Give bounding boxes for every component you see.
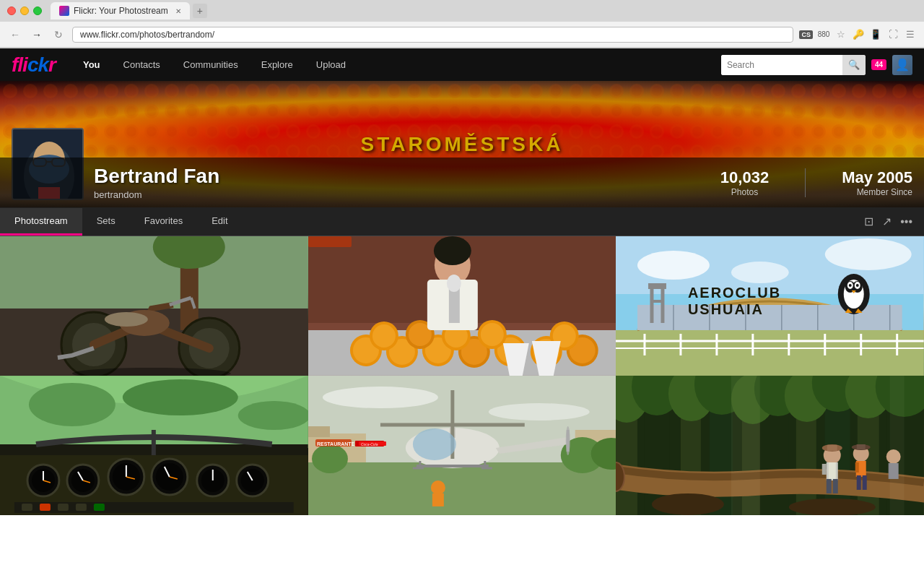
sub-nav: Photostream Sets Favorites Edit ⊡ ↗ ••• xyxy=(0,207,924,236)
svg-point-97 xyxy=(123,379,238,415)
active-tab[interactable]: Flickr: Your Photostream ✕ xyxy=(51,2,190,20)
svg-rect-123 xyxy=(14,502,294,513)
photo-6-image xyxy=(616,376,924,515)
photo-2[interactable] xyxy=(308,236,616,376)
tab-title: Flickr: Your Photostream xyxy=(74,6,168,16)
tab-favorites[interactable]: Favorites xyxy=(130,208,197,236)
tab-sets[interactable]: Sets xyxy=(82,208,130,236)
tab-edit[interactable]: Edit xyxy=(197,208,242,236)
sub-nav-tabs: Photostream Sets Favorites Edit xyxy=(0,208,853,236)
nav-items: You Contacts Communities Explore Upload xyxy=(73,53,721,76)
search-button[interactable]: 🔍 xyxy=(842,55,866,75)
tab-favicon-icon xyxy=(59,6,69,16)
svg-point-42 xyxy=(372,324,396,348)
forward-button[interactable]: → xyxy=(29,27,45,43)
svg-rect-153 xyxy=(432,493,444,506)
menu-icon[interactable]: ☰ xyxy=(904,28,917,41)
svg-rect-185 xyxy=(829,462,836,480)
svg-point-88 xyxy=(856,284,859,287)
svg-rect-186 xyxy=(827,479,832,493)
svg-rect-195 xyxy=(857,444,866,449)
svg-point-48 xyxy=(480,323,503,346)
forest-hikers-photo xyxy=(616,376,924,515)
svg-point-98 xyxy=(238,401,308,430)
photo-3-image: AEROCLUB USHUAIA xyxy=(616,236,924,376)
tab-bar: Flickr: Your Photostream ✕ + xyxy=(51,2,895,20)
refresh-button[interactable]: ↻ xyxy=(51,27,66,43)
cover-station-name: STAROMĚSTSKÁ xyxy=(361,133,564,156)
orange-vendor-photo xyxy=(308,236,616,376)
profile-cover: STAROMĚSTSKÁ Bertrand Fan bertrand xyxy=(0,81,924,207)
motorcycle-photo xyxy=(0,236,308,376)
browser-toolbar: ← → ↻ www.flickr.com/photos/bertrandom/ … xyxy=(0,22,924,48)
extension-badge: 880 xyxy=(817,28,830,41)
flickr-logo[interactable]: flickr xyxy=(12,53,56,77)
photo-2-image xyxy=(308,236,616,376)
slideshow-icon[interactable]: ⊡ xyxy=(864,215,873,228)
svg-rect-125 xyxy=(40,504,51,511)
close-window-button[interactable] xyxy=(7,7,16,15)
svg-rect-133 xyxy=(308,462,616,515)
fullscreen-icon[interactable]: ⛶ xyxy=(886,28,899,41)
traffic-lights xyxy=(7,7,42,15)
photo-count-number: 10,032 xyxy=(720,168,769,187)
photo-5[interactable]: RESTAURANTE Coca-Cola xyxy=(308,376,616,515)
svg-point-61 xyxy=(731,262,789,283)
share-icon[interactable]: ↗ xyxy=(882,215,892,228)
url-text: www.flickr.com/photos/bertrandom/ xyxy=(80,30,214,40)
svg-text:AEROCLUB: AEROCLUB xyxy=(688,285,781,301)
nav-item-communities[interactable]: Communities xyxy=(173,53,248,76)
user-avatar[interactable]: 👤 xyxy=(892,55,912,75)
svg-point-182 xyxy=(789,499,876,515)
svg-rect-124 xyxy=(22,504,32,511)
svg-point-181 xyxy=(652,493,724,515)
photo-4-image xyxy=(0,376,308,515)
svg-point-59 xyxy=(637,251,710,280)
photo-count-stat: 10,032 Photos xyxy=(720,168,769,197)
nav-item-upload[interactable]: Upload xyxy=(306,53,356,76)
maximize-window-button[interactable] xyxy=(33,7,42,15)
back-button[interactable]: ← xyxy=(7,27,23,43)
photo-4[interactable] xyxy=(0,376,308,515)
nav-item-you[interactable]: You xyxy=(73,53,110,76)
cast-icon[interactable]: 📱 xyxy=(869,28,882,41)
svg-rect-200 xyxy=(731,376,760,515)
profile-name-area: Bertrand Fan bertrandom xyxy=(94,165,219,200)
svg-point-53 xyxy=(434,236,471,265)
search-input[interactable] xyxy=(721,55,842,75)
nav-item-explore[interactable]: Explore xyxy=(251,53,303,76)
svg-point-87 xyxy=(849,284,852,287)
key-icon[interactable]: 🔑 xyxy=(852,28,865,41)
svg-rect-198 xyxy=(822,464,827,475)
svg-rect-94 xyxy=(648,283,666,289)
photo-grid: AEROCLUB USHUAIA xyxy=(0,236,924,515)
tab-photostream[interactable]: Photostream xyxy=(0,208,82,236)
search-bar[interactable]: 🔍 xyxy=(721,55,866,75)
new-tab-button[interactable]: + xyxy=(193,4,207,18)
member-since-stat: May 2005 Member Since xyxy=(842,168,912,197)
svg-point-137 xyxy=(312,444,348,473)
svg-rect-201 xyxy=(890,376,905,515)
svg-point-131 xyxy=(323,387,438,408)
notification-badge[interactable]: 44 xyxy=(871,59,886,70)
photo-6[interactable] xyxy=(616,376,924,515)
cs-badge: CS xyxy=(799,30,813,39)
svg-point-146 xyxy=(413,428,456,460)
more-options-icon[interactable]: ••• xyxy=(900,215,912,228)
photo-3[interactable]: AEROCLUB USHUAIA xyxy=(616,236,924,376)
star-icon[interactable]: ☆ xyxy=(834,28,847,41)
svg-point-60 xyxy=(825,238,912,270)
browser-icons: CS 880 ☆ 🔑 📱 ⛶ ☰ xyxy=(799,28,917,41)
svg-text:USHUAIA: USHUAIA xyxy=(688,301,764,317)
minimize-window-button[interactable] xyxy=(20,7,29,15)
address-bar[interactable]: www.flickr.com/photos/bertrandom/ xyxy=(72,27,793,43)
photo-1-image xyxy=(0,236,308,376)
member-since-label: Member Since xyxy=(842,187,912,197)
svg-rect-192 xyxy=(857,475,861,490)
svg-point-132 xyxy=(488,403,589,420)
tab-close-button[interactable]: ✕ xyxy=(175,7,181,15)
browser-chrome: Flickr: Your Photostream ✕ + ← → ↻ www.f… xyxy=(0,0,924,48)
nav-item-contacts[interactable]: Contacts xyxy=(113,53,170,76)
svg-point-152 xyxy=(431,480,445,495)
photo-1[interactable] xyxy=(0,236,308,376)
